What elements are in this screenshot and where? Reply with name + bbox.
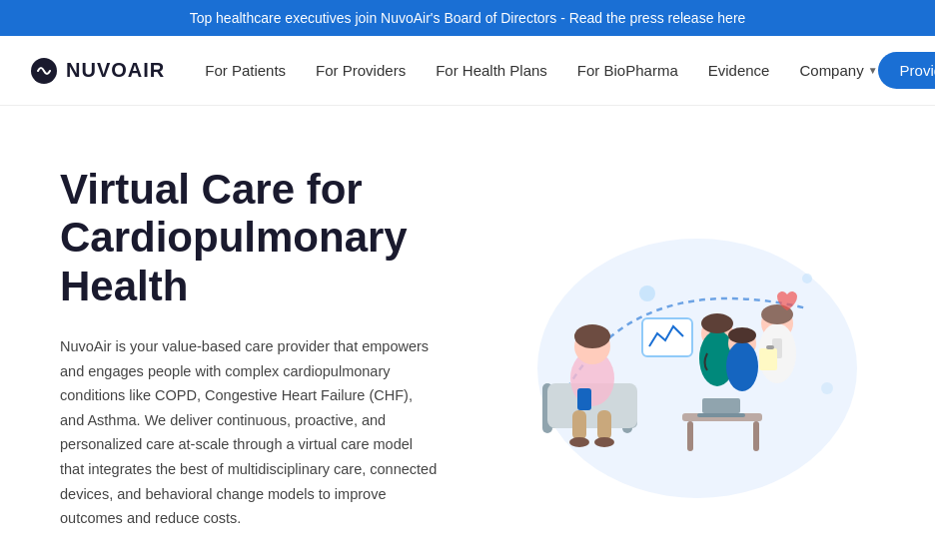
svg-point-25 [728,327,756,343]
banner-text: Top healthcare executives join NuvoAir's… [190,10,746,26]
logo-icon [30,57,58,85]
svg-rect-10 [572,410,586,440]
svg-rect-22 [766,345,774,349]
svg-point-24 [726,341,758,391]
announcement-banner: Top healthcare executives join NuvoAir's… [0,0,935,36]
svg-rect-11 [597,410,611,440]
nav-for-patients[interactable]: For Patients [205,62,286,79]
svg-point-8 [574,324,610,348]
svg-rect-32 [753,421,759,451]
hero-title: Virtual Care for Cardiopulmonary Health [60,166,479,310]
provider-portal-button[interactable]: Provider Portal [878,52,935,89]
illustration-svg [487,189,867,508]
nav-for-biopharma[interactable]: For BioPharma [577,62,678,79]
svg-rect-31 [687,421,693,451]
main-nav: NUVOAIR For Patients For Providers For H… [0,36,935,106]
nav-evidence[interactable]: Evidence [708,62,770,79]
nav-company[interactable]: Company ▼ [799,62,877,79]
svg-point-16 [701,313,733,333]
logo-text: NUVOAIR [66,59,165,82]
nav-for-providers[interactable]: For Providers [316,62,406,79]
svg-point-13 [594,437,614,447]
svg-point-28 [802,274,812,283]
svg-rect-34 [697,413,745,417]
svg-point-12 [569,437,589,447]
hero-description: NuvoAir is your value-based care provide… [60,334,440,531]
hero-content: Virtual Care for Cardiopulmonary Health … [60,166,479,531]
svg-point-27 [639,285,655,301]
logo[interactable]: NUVOAIR [30,57,165,85]
hero-section: Virtual Care for Cardiopulmonary Health … [0,106,935,560]
company-dropdown-arrow: ▼ [868,65,878,76]
svg-point-29 [821,382,833,394]
nav-for-health-plans[interactable]: For Health Plans [436,62,547,79]
hero-illustration [479,189,875,508]
svg-rect-33 [702,398,740,413]
nav-links: For Patients For Providers For Health Pl… [205,62,877,79]
svg-rect-21 [759,348,777,370]
svg-rect-9 [577,388,591,410]
